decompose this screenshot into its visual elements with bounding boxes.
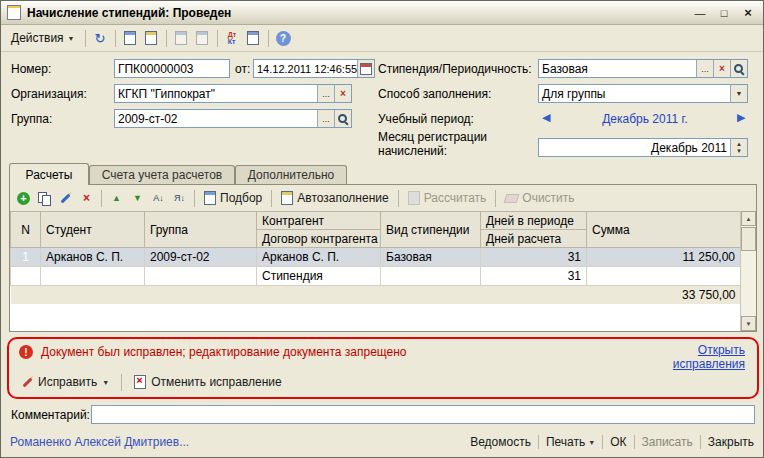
scroll-down-button[interactable]: ▼ (741, 316, 756, 331)
help-icon[interactable]: ? (274, 29, 293, 48)
sort-asc-button[interactable]: А↓ (149, 189, 168, 208)
author-link[interactable]: Романенко Алексей Дмитриев... (10, 435, 189, 449)
toolbar-separator (121, 374, 122, 391)
scroll-up-button[interactable]: ▲ (741, 211, 756, 226)
group-open-button[interactable] (334, 110, 351, 127)
stipend-value: Базовая (539, 60, 696, 77)
contract-cell[interactable]: Стипендия (257, 267, 381, 286)
organization-value: КГКП "Гиппократ" (115, 85, 317, 102)
empty-cell[interactable] (381, 267, 481, 286)
edit-row-button[interactable] (56, 189, 75, 208)
reg-month-label: Месяц регистрации начислений: (378, 130, 530, 158)
sort-desc-button[interactable]: Я↓ (170, 189, 189, 208)
contractor-cell[interactable]: Арканов С. П. (257, 248, 381, 267)
toolbar-separator (115, 30, 116, 47)
tab-accounts[interactable]: Счета учета расчетов (89, 165, 235, 184)
stipend-field[interactable]: Базовая ... × (538, 59, 748, 78)
sum-cell[interactable]: 11 250,00 (587, 248, 741, 267)
tab-calculations[interactable]: Расчеты (9, 163, 89, 185)
pick-button[interactable]: Подбор (200, 188, 266, 208)
create-based-on-icon[interactable] (121, 29, 140, 48)
toolbar-separator (166, 30, 167, 47)
subordination-structure-icon[interactable] (142, 29, 161, 48)
days-period-cell[interactable]: 31 (481, 248, 587, 267)
print-form-icon[interactable] (193, 29, 212, 48)
actions-button[interactable]: Действия ▼ (6, 28, 80, 49)
student-cell[interactable]: Арканов С. П. (41, 248, 145, 267)
reg-month-spinner[interactable]: ▲ ▼ (730, 139, 747, 156)
empty-cell[interactable] (41, 267, 145, 286)
footer-separator (700, 435, 701, 449)
pick-icon (204, 191, 216, 205)
empty-cell[interactable] (587, 267, 741, 286)
footer-separator (634, 435, 635, 449)
organization-field[interactable]: КГКП "Гиппократ" ... × (114, 84, 352, 103)
minimize-button[interactable]: — (691, 5, 709, 21)
date-value: 14.12.2011 12:46:55 (254, 60, 357, 77)
close-window-button[interactable]: Закрыть (708, 435, 754, 449)
table-row-secondary[interactable]: Стипендия 31 (11, 267, 741, 286)
move-down-button[interactable]: ▼ (128, 189, 147, 208)
sheet-button[interactable]: Ведомость (470, 435, 531, 449)
window-title: Начисление стипендий: Проведен (27, 6, 685, 20)
undo-fix-button[interactable]: Отменить исправление (129, 372, 287, 392)
empty-cell[interactable] (11, 267, 41, 286)
footer: Романенко Алексей Дмитриев... Ведомость … (1, 427, 763, 457)
toolbar-separator (398, 190, 399, 207)
row-number-cell[interactable]: 1 (11, 248, 41, 267)
add-row-button[interactable]: + (14, 189, 33, 208)
tab-additional[interactable]: Дополнительно (235, 165, 347, 184)
footer-separator (538, 435, 539, 449)
days-calc-cell[interactable]: 31 (481, 267, 587, 286)
date-label: от: (235, 62, 250, 76)
move-up-button[interactable]: ▲ (107, 189, 126, 208)
calculate-button[interactable]: Рассчитать (404, 188, 491, 208)
maximize-button[interactable]: □ (715, 5, 733, 21)
save-button[interactable]: Записать (642, 435, 693, 449)
number-field[interactable]: ГПК00000003 (114, 59, 230, 78)
delete-row-button[interactable]: × (77, 189, 96, 208)
calendar-button[interactable] (357, 60, 374, 77)
dtkt-posting-icon[interactable]: Дт Кт (223, 29, 242, 48)
empty-cell[interactable] (145, 267, 257, 286)
footer-buttons: Ведомость Печать ▼ ОК Записать Закрыть (470, 435, 754, 449)
stipend-clear-button[interactable]: × (713, 60, 730, 77)
clear-button[interactable]: Очистить (501, 188, 578, 208)
vertical-scrollbar[interactable]: ▲ ▼ (740, 211, 756, 331)
autofill-label: Автозаполнение (297, 191, 388, 205)
grid-toolbar: + × ▲ ▼ А↓ Я↓ Подбор Автозаполнение Расс… (10, 185, 756, 211)
organization-select-button[interactable]: ... (317, 85, 334, 102)
print-button[interactable]: Печать ▼ (546, 435, 595, 449)
comment-input[interactable] (91, 405, 755, 424)
period-prev-icon[interactable]: ◀ (542, 111, 550, 124)
fill-method-dropdown-button[interactable]: ▼ (730, 85, 747, 102)
col-header-stipend-type: Вид стипендии (381, 212, 481, 248)
refresh-icon[interactable]: ↻ (91, 29, 110, 48)
ok-button[interactable]: ОК (610, 435, 626, 449)
copy-row-button[interactable] (35, 189, 54, 208)
autofill-button[interactable]: Автозаполнение (277, 188, 392, 208)
window-icon[interactable] (7, 5, 21, 20)
stipend-type-cell[interactable]: Базовая (381, 248, 481, 267)
fix-button[interactable]: Исправить ▼ (17, 372, 114, 392)
group-select-button[interactable]: ... (317, 110, 334, 127)
toolbar-separator (217, 30, 218, 47)
stipend-open-button[interactable] (730, 60, 747, 77)
open-corrections-link[interactable]: Открыть исправления (659, 343, 745, 371)
grid-area: N Студент Группа Контрагент Вид стипенди… (10, 211, 756, 331)
group-cell[interactable]: 2009-ст-02 (145, 248, 257, 267)
period-next-icon[interactable]: ▶ (737, 111, 745, 124)
fill-method-combo[interactable]: Для группы ▼ (538, 84, 748, 103)
stipend-label: Стипендия/Периодичность: (378, 62, 532, 76)
study-period-value[interactable]: Декабрь 2011 г. (557, 112, 733, 126)
scroll-thumb[interactable] (741, 227, 756, 251)
group-field[interactable]: 2009-ст-02 ... (114, 109, 352, 128)
date-field[interactable]: 14.12.2011 12:46:55 (253, 59, 375, 78)
report-icon[interactable] (244, 29, 263, 48)
organization-clear-button[interactable]: × (334, 85, 351, 102)
related-documents-icon[interactable] (172, 29, 191, 48)
reg-month-field[interactable]: Декабрь 2011 ▲ ▼ (538, 138, 748, 157)
table-row[interactable]: 1 Арканов С. П. 2009-ст-02 Арканов С. П.… (11, 248, 741, 267)
stipend-select-button[interactable]: ... (696, 60, 713, 77)
close-button[interactable]: × (739, 5, 757, 21)
